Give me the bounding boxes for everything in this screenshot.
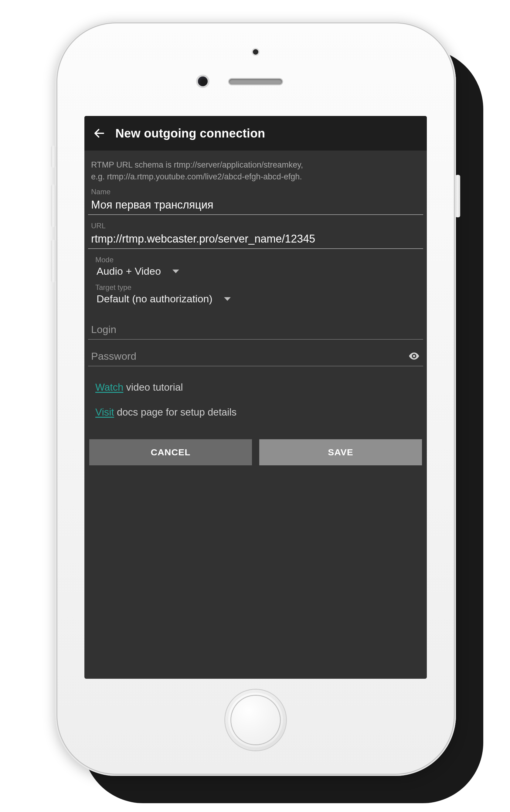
target-type-label: Target type <box>86 280 425 292</box>
password-field[interactable]: Password <box>88 348 423 367</box>
home-button[interactable] <box>225 690 286 750</box>
phone-frame: New outgoing connection RTMP URL schema … <box>55 21 456 776</box>
password-placeholder: Password <box>91 350 408 362</box>
dropdown-caret-icon <box>224 297 231 301</box>
save-button[interactable]: SAVE <box>259 439 422 465</box>
visit-docs-rest: docs page for setup details <box>114 406 237 418</box>
watch-tutorial-link[interactable]: Watch <box>95 382 123 393</box>
hw-volume-up <box>51 184 56 227</box>
visit-docs-row: Visit docs page for setup details <box>95 406 416 418</box>
target-type-dropdown[interactable]: Default (no authorization) <box>86 292 425 307</box>
login-field[interactable]: Login <box>88 321 423 340</box>
mode-dropdown[interactable]: Audio + Video <box>86 264 425 280</box>
name-label: Name <box>86 184 425 196</box>
target-type-value: Default (no authorization) <box>96 293 213 305</box>
mode-value: Audio + Video <box>96 265 161 277</box>
name-input[interactable] <box>88 196 423 215</box>
hw-power-button <box>455 175 460 218</box>
top-camera-dot <box>253 49 258 55</box>
front-camera <box>198 77 208 86</box>
url-input[interactable] <box>88 230 423 249</box>
appbar: New outgoing connection <box>84 116 427 150</box>
action-button-row: CANCEL SAVE <box>86 439 425 465</box>
cancel-button[interactable]: CANCEL <box>89 439 252 465</box>
appbar-title: New outgoing connection <box>115 126 265 140</box>
rtmp-help-line2: e.g. rtmp://a.rtmp.youtube.com/live2/abc… <box>91 172 302 181</box>
mode-label: Mode <box>86 252 425 264</box>
help-links: Watch video tutorial Visit docs page for… <box>86 367 425 439</box>
app-screen: New outgoing connection RTMP URL schema … <box>84 116 427 679</box>
svg-point-0 <box>413 355 415 357</box>
rtmp-help-line1: RTMP URL schema is rtmp://server/applica… <box>91 160 303 169</box>
hw-volume-down <box>51 240 56 282</box>
visit-docs-link[interactable]: Visit <box>95 406 114 418</box>
back-arrow-icon[interactable] <box>93 127 106 140</box>
form-content: RTMP URL schema is rtmp://server/applica… <box>84 150 427 679</box>
login-placeholder: Login <box>91 324 420 336</box>
url-label: URL <box>86 218 425 230</box>
dropdown-caret-icon <box>172 269 179 273</box>
rtmp-help-text: RTMP URL schema is rtmp://server/applica… <box>86 156 425 184</box>
watch-tutorial-rest: video tutorial <box>123 382 183 393</box>
earpiece-speaker <box>229 79 282 84</box>
home-button-inner <box>231 696 280 744</box>
visibility-toggle-icon[interactable] <box>408 350 420 362</box>
hw-mute-switch <box>51 146 56 168</box>
watch-tutorial-row: Watch video tutorial <box>95 382 416 393</box>
